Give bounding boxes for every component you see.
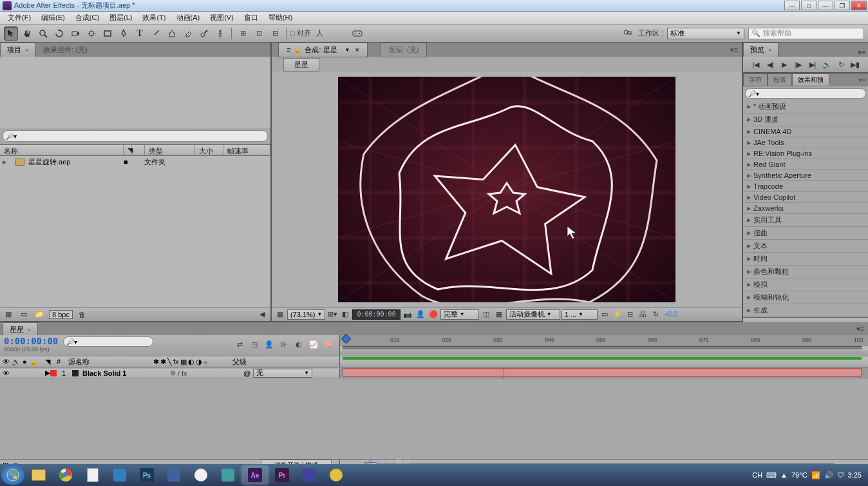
selection-tool[interactable] <box>4 26 18 41</box>
flowchart-tab[interactable]: 星星 <box>283 58 319 72</box>
effect-category[interactable]: ▶Red Giant <box>743 159 868 170</box>
show-channel-icon[interactable]: 👤 <box>415 309 426 320</box>
number-col[interactable]: # <box>57 358 68 365</box>
current-time[interactable]: 0:00:00:00 <box>352 309 400 320</box>
comp-mini-flowchart-icon[interactable]: ⇄ <box>234 338 245 350</box>
restore-button[interactable]: ❐ <box>835 1 850 10</box>
app1-taskbar-icon[interactable] <box>107 466 133 484</box>
shy-icon[interactable]: 👤 <box>263 338 275 350</box>
start-button[interactable] <box>1 465 24 485</box>
tray-keyboard-icon[interactable]: ⌨ <box>766 471 777 480</box>
preview-tab[interactable]: 预览× <box>743 43 778 57</box>
frame-blend-icon[interactable]: ⊪ <box>278 338 290 350</box>
notepad-taskbar-icon[interactable] <box>80 466 106 484</box>
new-comp-icon[interactable]: ▭ <box>18 309 30 320</box>
tray-shield-icon[interactable]: 🛡 <box>837 471 844 479</box>
app6-taskbar-icon[interactable] <box>323 466 349 484</box>
project-item-row[interactable]: ▶ 星星旋转.aep ■ 文件夹 <box>0 156 270 168</box>
last-frame-button[interactable]: ▶| <box>808 60 817 69</box>
label-col-icon[interactable]: ◥ <box>45 358 57 366</box>
effect-category[interactable]: ▶生成 <box>743 304 868 317</box>
view-axis-mode[interactable]: ⊟ <box>268 26 282 41</box>
work-area-bar[interactable] <box>340 345 868 351</box>
composition-viewport[interactable] <box>272 72 742 307</box>
effect-category[interactable]: ▶RE:Vision Plug-ins <box>743 148 868 159</box>
color-mgmt-icon[interactable]: 🔴 <box>428 309 439 320</box>
timeline-tab[interactable]: 星星× <box>3 322 38 335</box>
search-tool-icon[interactable] <box>620 26 634 41</box>
col-type[interactable]: 类型 <box>145 145 195 155</box>
help-search[interactable]: 🔍 搜索帮助 <box>748 28 864 39</box>
snapping-toggle[interactable]: 人 <box>313 26 327 41</box>
tray-temp[interactable]: 79°C <box>791 471 807 479</box>
layer-name[interactable]: Black Solid 1 <box>82 369 160 377</box>
aftereffects-taskbar-icon[interactable]: Ae <box>242 466 268 484</box>
effect-controls-tab[interactable]: 效果控件: (无) <box>37 43 93 57</box>
app4-taskbar-icon[interactable] <box>215 466 241 484</box>
always-preview-icon[interactable]: ▦ <box>274 309 286 320</box>
menu-window[interactable]: 窗口 <box>239 12 263 24</box>
menu-layer[interactable]: 图层(L) <box>104 12 137 24</box>
character-tab[interactable]: 字符 <box>743 73 768 86</box>
roi-icon[interactable]: ◫ <box>480 309 492 320</box>
menu-file[interactable]: 文件(F) <box>3 12 36 24</box>
menu-help[interactable]: 帮助(H) <box>263 12 297 24</box>
transparency-grid-icon[interactable]: ▦ <box>493 309 505 320</box>
maximize-button[interactable]: □ <box>801 1 816 10</box>
minimize-button[interactable]: — <box>784 1 800 10</box>
system-tray[interactable]: CH ⌨ ▲ 79°C 📶 🔊 🛡 3:25 <box>747 471 867 480</box>
exposure-value[interactable]: +0.0 <box>665 311 677 318</box>
project-tab[interactable]: 项目× <box>0 43 35 57</box>
lock-icon[interactable]: 🔒 <box>293 46 302 54</box>
fast-preview-icon[interactable]: ⚡ <box>612 309 623 320</box>
audio-button[interactable]: 🔊 <box>822 60 831 69</box>
reset-exposure-icon[interactable]: ↻ <box>650 309 662 320</box>
eye-icon[interactable]: 👁 <box>3 358 10 365</box>
tray-flag-icon[interactable]: ▲ <box>780 471 788 479</box>
effect-category[interactable]: ▶Synthetic Aperture <box>743 170 868 181</box>
first-frame-button[interactable]: |◀ <box>751 60 760 69</box>
tray-volume-icon[interactable]: 🔊 <box>824 471 833 480</box>
next-frame-button[interactable]: |▶ <box>794 60 803 69</box>
flowchart-icon[interactable]: 品 <box>637 309 649 320</box>
hand-tool[interactable] <box>20 26 34 41</box>
graph-editor-icon[interactable]: 📈 <box>308 338 319 350</box>
puppet-tool[interactable] <box>213 26 227 41</box>
effect-category[interactable]: ▶Zaxwerks <box>743 203 868 214</box>
project-items[interactable]: ▶ 星星旋转.aep ■ 文件夹 <box>0 156 270 307</box>
effect-category[interactable]: ▶实用工具 <box>743 214 868 227</box>
pixel-aspect-icon[interactable]: ▭ <box>599 309 610 320</box>
minimize2-button[interactable]: — <box>818 1 833 10</box>
layer-duration-bar[interactable] <box>343 368 862 377</box>
premiere-taskbar-icon[interactable]: Pr <box>269 466 295 484</box>
brainwash-icon[interactable]: 🧠 <box>323 338 334 350</box>
type-tool[interactable]: T <box>133 26 147 41</box>
tray-time[interactable]: 3:25 <box>848 471 862 479</box>
mask-toggle-icon[interactable]: ◧ <box>339 309 351 320</box>
effect-category[interactable]: ▶模拟 <box>743 278 868 291</box>
eye-icon[interactable]: 👁 <box>3 369 10 377</box>
solo-icon[interactable]: ● <box>23 358 27 365</box>
layer-row[interactable]: 👁 ▶ 1 Black Solid 1 ⊕/fx @ 无▼ <box>0 367 868 379</box>
menu-animation[interactable]: 动画(A) <box>171 12 205 24</box>
col-label[interactable]: ◥ <box>124 145 132 155</box>
pen-tool[interactable] <box>117 26 131 41</box>
camera-tool[interactable] <box>68 26 82 41</box>
effects-categories-list[interactable]: ▶* 动画预设 ▶3D 通道 ▶CINEMA 4D ▶JAe Tools ▶RE… <box>743 101 868 317</box>
timeline-timecode[interactable]: 0:00:00:00 <box>0 335 62 346</box>
new-folder-icon[interactable]: 📁 <box>33 309 45 320</box>
timeline-search[interactable]: 🔎▾ <box>63 336 153 347</box>
effect-category[interactable]: ▶文本 <box>743 240 868 253</box>
speaker-icon[interactable]: 🔊 <box>12 358 21 366</box>
zoom-tool[interactable] <box>36 26 50 41</box>
motion-blur-icon[interactable]: ◐ <box>293 338 305 350</box>
paragraph-tab[interactable]: 段落 <box>768 73 792 86</box>
rectangle-tool[interactable] <box>100 26 115 41</box>
parent-dropdown[interactable]: 无▼ <box>253 369 312 378</box>
brush-tool[interactable] <box>149 26 163 41</box>
parent-col[interactable]: 父级 <box>225 357 276 367</box>
current-time-indicator[interactable] <box>343 335 350 345</box>
workspace-dropdown[interactable]: 标准 ▼ <box>667 28 744 39</box>
eraser-tool[interactable] <box>181 26 195 41</box>
app3-taskbar-icon[interactable] <box>188 466 214 484</box>
